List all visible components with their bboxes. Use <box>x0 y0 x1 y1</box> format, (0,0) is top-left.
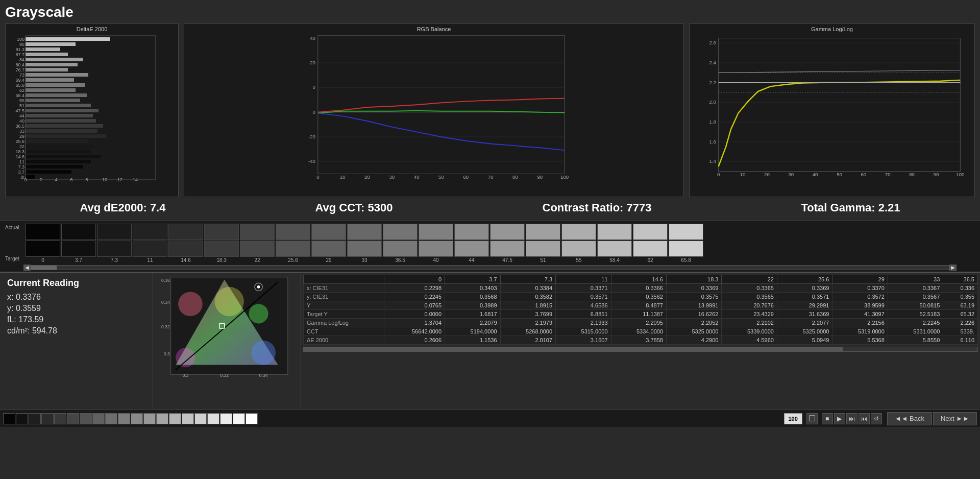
svg-text:25.6: 25.6 <box>15 139 24 144</box>
table-cell: 0.0000 <box>384 310 445 319</box>
swatch-pair[interactable]: 3.7 <box>61 224 96 263</box>
toolbar-swatch-item[interactable] <box>29 413 41 424</box>
swatch-pair[interactable]: 29 <box>311 224 346 263</box>
svg-text:-40: -40 <box>308 158 315 164</box>
swatch-pair[interactable]: 18.3 <box>204 224 239 263</box>
svg-text:60: 60 <box>463 174 469 180</box>
toolbar-swatch-item[interactable] <box>118 413 130 424</box>
table-cell: 5331.0000 <box>888 327 943 336</box>
swatch-pair[interactable]: 58.4 <box>597 224 632 263</box>
swatch-pair[interactable]: 40 <box>419 224 453 263</box>
table-cell: 0.3403 <box>445 284 500 293</box>
swatch-top <box>240 224 275 240</box>
toolbar-swatch-item[interactable] <box>207 413 219 424</box>
swatch-label: 65.8 <box>681 257 691 263</box>
svg-text:8: 8 <box>85 177 88 181</box>
toolbar-swatches <box>3 413 258 424</box>
toolbar-swatch-item[interactable] <box>54 413 66 424</box>
toolbar-swatch-item[interactable] <box>67 413 79 424</box>
toolbar-swatch-item[interactable] <box>41 413 54 424</box>
swatch-pair[interactable]: 0 <box>26 224 60 263</box>
toolbar-swatch-item[interactable] <box>143 413 156 424</box>
contrast-ratio-stat: Contrast Ratio: 7773 <box>543 201 652 214</box>
next-button[interactable]: Next ►► <box>933 412 977 425</box>
swatch-pair[interactable]: 14.6 <box>168 224 203 263</box>
swatch-pair[interactable]: 36.5 <box>383 224 418 263</box>
svg-rect-37 <box>26 83 85 87</box>
toolbar-swatch-item[interactable] <box>246 413 258 424</box>
table-cell: 0.3367 <box>888 284 943 293</box>
swatch-top <box>204 224 239 240</box>
swatch-pair[interactable]: 44 <box>454 224 489 263</box>
swatch-pair[interactable]: 22 <box>240 224 275 263</box>
table-cell: 8.4877 <box>611 301 666 310</box>
toolbar-swatch-item[interactable] <box>156 413 168 424</box>
table-cell: 0.336 <box>943 284 978 293</box>
table-cell: 2.2095 <box>611 319 666 327</box>
toolbar-swatch-item[interactable] <box>233 413 245 424</box>
toolbar-checkbox[interactable]: ☐ <box>806 413 818 424</box>
svg-text:10: 10 <box>340 174 346 180</box>
toolbar-swatch-item[interactable] <box>220 413 232 424</box>
swatch-pair[interactable]: 51 <box>526 224 560 263</box>
swatch-pair[interactable]: 47.5 <box>490 224 525 263</box>
swatch-pair[interactable]: 7.3 <box>97 224 132 263</box>
table-cell: 0.3371 <box>556 284 611 293</box>
toolbar-stop-btn[interactable]: ■ <box>822 413 833 424</box>
swatch-pair[interactable]: 33 <box>347 224 382 263</box>
swatch-bottom <box>383 241 418 257</box>
table-cell: 5339. <box>943 327 978 336</box>
toolbar-swatch-item[interactable] <box>169 413 181 424</box>
swatch-top <box>526 224 560 240</box>
toolbar-swatch-item[interactable] <box>80 413 92 424</box>
swatch-bottom <box>276 241 310 257</box>
swatch-top <box>347 224 382 240</box>
toolbar-swatch-item[interactable] <box>92 413 105 424</box>
table-cell: 5319.0000 <box>832 327 888 336</box>
toolbar-swatch-item[interactable] <box>194 413 207 424</box>
svg-text:73: 73 <box>19 73 24 78</box>
svg-text:0: 0 <box>313 109 315 115</box>
swatch-top <box>133 224 167 240</box>
swatch-pair[interactable]: 11 <box>133 224 167 263</box>
svg-text:7.3: 7.3 <box>18 164 24 170</box>
svg-rect-77 <box>318 36 565 174</box>
svg-text:2.2: 2.2 <box>709 80 716 85</box>
toolbar-refresh-btn[interactable]: ↺ <box>871 413 882 424</box>
svg-text:2.6: 2.6 <box>709 40 716 45</box>
svg-text:10: 10 <box>740 172 746 177</box>
toolbar-back-skip-btn[interactable]: ⏮ <box>859 413 870 424</box>
swatch-pair[interactable]: 65.8 <box>669 224 703 263</box>
svg-text:58.4: 58.4 <box>15 93 24 98</box>
table-cell: 5.0949 <box>777 336 832 345</box>
toolbar-swatch-item[interactable] <box>3 413 15 424</box>
table-cell: 2.2156 <box>832 319 888 327</box>
svg-text:65.8: 65.8 <box>15 83 24 88</box>
table-cell: 41.3097 <box>832 310 888 319</box>
svg-text:0.36: 0.36 <box>161 278 170 283</box>
table-cell: 5.8550 <box>888 336 943 345</box>
table-cell: 5268.0000 <box>500 327 555 336</box>
svg-text:12: 12 <box>117 177 122 181</box>
swatch-pair[interactable]: 55 <box>561 224 596 263</box>
toolbar-swatch-item[interactable] <box>16 413 28 424</box>
table-row: Gamma Log/Log1.37042.20792.19792.19332.2… <box>304 319 978 327</box>
scroll-right-arrow[interactable]: ► <box>949 265 957 271</box>
toolbar-skip-btn[interactable]: ⏭ <box>846 413 857 424</box>
table-cell: 13.9991 <box>666 301 721 310</box>
svg-point-125 <box>257 285 260 289</box>
swatch-pair[interactable]: 62 <box>633 224 668 263</box>
toolbar-play-btn[interactable]: ▶ <box>834 413 845 424</box>
table-cell: 0.3582 <box>500 293 555 301</box>
scroll-left-arrow[interactable]: ◄ <box>23 265 31 271</box>
toolbar-page-number: 100 <box>784 413 802 424</box>
table-cell: 5315.0000 <box>556 327 611 336</box>
toolbar-swatch-item[interactable] <box>105 413 117 424</box>
svg-text:62: 62 <box>19 88 24 93</box>
toolbar-swatch-item[interactable] <box>131 413 143 424</box>
toolbar-swatch-item[interactable] <box>182 413 194 424</box>
svg-rect-51 <box>26 155 101 158</box>
svg-text:30: 30 <box>788 172 794 177</box>
swatch-pair[interactable]: 25.6 <box>276 224 310 263</box>
back-button[interactable]: ◄◄ Back <box>887 412 932 425</box>
